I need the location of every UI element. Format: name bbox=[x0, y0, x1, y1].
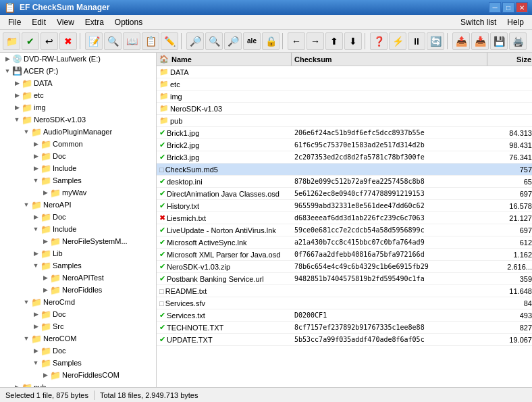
tree-expander[interactable]: ▶ bbox=[31, 311, 41, 318]
tree-expander[interactable]: ▼ bbox=[12, 116, 22, 123]
table-row[interactable]: ✔desktop.ini878b2e099c512b72a9fea2257458… bbox=[157, 176, 532, 188]
tb-pause[interactable]: ⏸ bbox=[408, 32, 425, 50]
tree-item-data[interactable]: ▶📁DATA bbox=[0, 77, 156, 89]
tree-expander[interactable]: ▼ bbox=[31, 226, 41, 232]
table-row[interactable]: □README.txt11.64802.06 bbox=[157, 285, 532, 297]
tb-help[interactable]: ❓ bbox=[370, 32, 388, 50]
col-header-size[interactable]: Size bbox=[487, 53, 532, 66]
tree-expander[interactable]: ▼ bbox=[31, 262, 41, 269]
tree-item-neroapitest[interactable]: ▶📁NeroAPITest bbox=[0, 272, 156, 284]
col-header-checksum[interactable]: Checksum bbox=[292, 53, 487, 66]
table-row[interactable]: 📁etc19.01 bbox=[157, 78, 532, 91]
table-row[interactable]: ✔DirectAnimation Java Classes.osd5e61262… bbox=[157, 188, 532, 200]
tree-item-audioplugin[interactable]: ▼📁AudioPluginManager bbox=[0, 126, 156, 138]
tree-item-nerofilesys[interactable]: ▶📁NeroFileSystemM... bbox=[0, 235, 156, 247]
tree-expander[interactable]: ▶ bbox=[31, 250, 41, 257]
tree-expander[interactable]: ▼ bbox=[31, 177, 41, 184]
tb-search2[interactable]: 🔍 bbox=[205, 32, 223, 50]
tree-item-lib[interactable]: ▶📁Lib bbox=[0, 247, 156, 259]
menu-help[interactable]: Help bbox=[502, 16, 529, 28]
tree-expander[interactable]: ▶ bbox=[12, 80, 22, 86]
tb-find[interactable]: 🔍 bbox=[104, 32, 122, 50]
tb-undo[interactable]: ↩ bbox=[41, 32, 58, 50]
table-row[interactable]: ✔LiveUpdate - Norton AntiVirus.lnk59ce0e… bbox=[157, 224, 532, 236]
table-row[interactable]: ✔Brick1.jpg206e6f24ac51b9df6efc5dcc8937b… bbox=[157, 127, 532, 139]
tree-item-img[interactable]: ▶📁img bbox=[0, 101, 156, 114]
menu-view[interactable]: View bbox=[51, 16, 80, 28]
tree-item-nerofiddles[interactable]: ▶📁NeroFiddles bbox=[0, 284, 156, 296]
tb-forward[interactable]: → bbox=[307, 32, 324, 50]
tree-item-samples_nco[interactable]: ▼📁Samples bbox=[0, 357, 156, 369]
tree-item-etc[interactable]: ▶📁etc bbox=[0, 89, 156, 101]
tree-expander[interactable]: ▶ bbox=[12, 104, 22, 111]
tree-item-nerocom[interactable]: ▼📁NeroCOM bbox=[0, 332, 156, 345]
table-row[interactable]: 📁pub19.01 bbox=[157, 115, 532, 127]
table-row[interactable]: ✔TECHNOTE.TXT8cf7157ef237892b91767335c1e… bbox=[157, 322, 532, 334]
tb-up[interactable]: ⬆ bbox=[325, 32, 343, 50]
tree-item-dvd[interactable]: ▶💿DVD-RW-Laufwerk (E:) bbox=[0, 53, 156, 65]
tree-expander[interactable]: ▶ bbox=[31, 323, 41, 330]
tree-item-samples_na[interactable]: ▼📁Samples bbox=[0, 259, 156, 272]
tree-item-doc_nc[interactable]: ▶📁Doc bbox=[0, 308, 156, 320]
tree-item-nerofiddlescom[interactable]: ▶📁NeroFiddlesCOM bbox=[0, 369, 156, 381]
tb-upload[interactable]: 📤 bbox=[452, 32, 470, 50]
menu-edit[interactable]: Edit bbox=[26, 16, 51, 28]
tree-expander[interactable]: ▶ bbox=[31, 165, 41, 172]
tb-ale[interactable]: ale bbox=[243, 32, 261, 50]
tree-expander[interactable]: ▼ bbox=[22, 335, 31, 342]
table-row[interactable]: ✔UPDATE.TXT5b53cc7a99f035addf470ade8f6af… bbox=[157, 334, 532, 346]
table-row[interactable]: 📁DATA26.03 bbox=[157, 66, 532, 78]
table-row[interactable]: ✔NeroSDK-v1.03.zip78b6c654e4c49c6b4329c1… bbox=[157, 261, 532, 273]
tree-expander[interactable]: ▶ bbox=[41, 189, 50, 196]
tb-down[interactable]: ⬇ bbox=[344, 32, 362, 50]
table-row[interactable]: ✔Services.txtD0200CF149319.07 bbox=[157, 309, 532, 322]
minimize-button[interactable]: ─ bbox=[489, 2, 501, 13]
tree-expander[interactable]: ▶ bbox=[41, 238, 50, 245]
tree-item-include_na[interactable]: ▼📁Include bbox=[0, 223, 156, 235]
tree-expander[interactable]: ▶ bbox=[12, 384, 22, 387]
tb-cancel[interactable]: ✖ bbox=[59, 32, 77, 50]
tree-expander[interactable]: ▼ bbox=[22, 299, 31, 305]
tree-expander[interactable]: ▶ bbox=[41, 372, 50, 378]
tree-expander[interactable]: ▶ bbox=[31, 153, 41, 159]
tb-new[interactable]: 📝 bbox=[85, 32, 103, 50]
table-row[interactable]: 📁NeroSDK-v1.0326.03 bbox=[157, 103, 532, 115]
table-row[interactable]: □CheckSum.md575719.01 bbox=[157, 164, 532, 176]
tb-open[interactable]: 📁 bbox=[3, 32, 20, 50]
tree-expander[interactable]: ▶ bbox=[31, 141, 41, 147]
table-row[interactable]: ✔Brick3.jpg2c207353ed2cd8d2fa5781c78bf30… bbox=[157, 151, 532, 164]
table-row[interactable]: ✖Liesmich.txtd683eeeaf6dd3d1ab226fc239c6… bbox=[157, 212, 532, 224]
tb-download[interactable]: 📥 bbox=[471, 32, 489, 50]
tree-expander[interactable]: ▶ bbox=[12, 92, 22, 99]
menu-switch-list[interactable]: Switch list bbox=[455, 16, 502, 28]
tree-item-acer[interactable]: ▼💾ACER (P:) bbox=[0, 65, 156, 77]
col-header-name[interactable]: 🏠 Name bbox=[157, 53, 292, 66]
tree-expander[interactable]: ▼ bbox=[31, 359, 41, 366]
tree-item-pub[interactable]: ▶📁pub bbox=[0, 381, 156, 387]
table-row[interactable]: ✔History.txt965599abd32331e8e561dee47dd6… bbox=[157, 200, 532, 212]
file-list-body[interactable]: 📁DATA26.03📁etc19.01📁img19.01📁NeroSDK-v1.… bbox=[157, 66, 532, 387]
tree-expander[interactable]: ▶ bbox=[31, 213, 41, 220]
tb-print[interactable]: 🖨️ bbox=[509, 32, 527, 50]
tb-refresh[interactable]: 🔄 bbox=[427, 32, 444, 50]
table-row[interactable]: ✔Microsoft XML Parser for Java.osd0f7667… bbox=[157, 249, 532, 261]
tree-expander[interactable]: ▶ bbox=[3, 55, 12, 62]
tree-expander[interactable]: ▼ bbox=[22, 128, 31, 135]
tb-edit[interactable]: ✏️ bbox=[161, 32, 178, 50]
tree-item-doc_na[interactable]: ▶📁Doc bbox=[0, 211, 156, 223]
tree-expander[interactable]: ▶ bbox=[31, 347, 41, 354]
tree-item-doc_nco[interactable]: ▶📁Doc bbox=[0, 345, 156, 357]
tree-panel[interactable]: ▶💿DVD-RW-Laufwerk (E:)▼💾ACER (P:)▶📁DATA▶… bbox=[0, 53, 157, 387]
tb-bolt[interactable]: ⚡ bbox=[389, 32, 406, 50]
tree-item-nerocmd[interactable]: ▼📁NeroCmd bbox=[0, 296, 156, 308]
tb-back[interactable]: ← bbox=[288, 32, 305, 50]
tree-item-include[interactable]: ▶📁Include bbox=[0, 162, 156, 174]
table-row[interactable]: ✔Microsoft ActiveSync.lnka21a430b7cc8c41… bbox=[157, 236, 532, 249]
tb-book[interactable]: 📖 bbox=[123, 32, 140, 50]
tree-item-samples_ap[interactable]: ▼📁Samples bbox=[0, 174, 156, 186]
tree-item-common[interactable]: ▶📁Common bbox=[0, 138, 156, 150]
tb-search3[interactable]: 🔎 bbox=[224, 32, 242, 50]
close-button[interactable]: ✕ bbox=[516, 2, 528, 13]
tree-expander[interactable]: ▼ bbox=[3, 68, 12, 74]
tb-save[interactable]: 💾 bbox=[490, 32, 508, 50]
